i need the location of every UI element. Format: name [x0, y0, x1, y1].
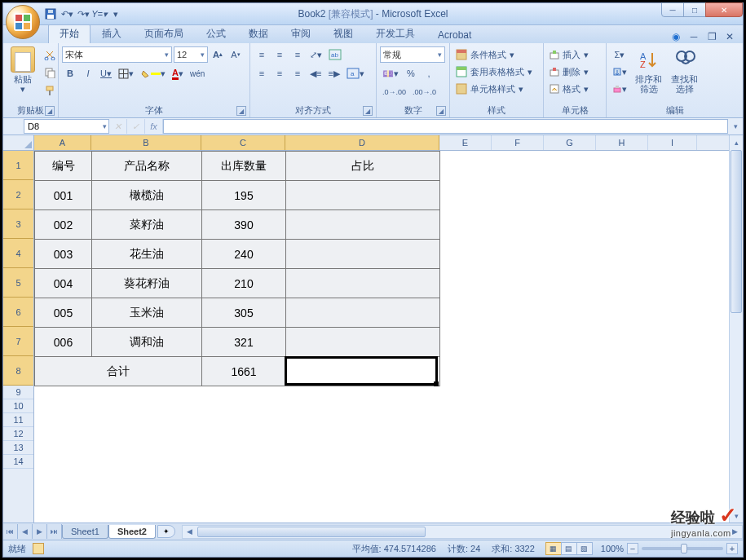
row-header-7[interactable]: 7 — [3, 327, 33, 356]
tab-view[interactable]: 视图 — [322, 24, 364, 43]
comma-format-button[interactable]: , — [421, 65, 437, 82]
vertical-scrollbar[interactable]: ▴ ▾ — [729, 135, 743, 523]
horizontal-scrollbar[interactable]: ◀ ▶ — [182, 525, 743, 539]
data-cell[interactable] — [286, 328, 440, 357]
zoom-level[interactable]: 100% — [601, 544, 624, 553]
row-header-12[interactable]: 12 — [3, 427, 33, 441]
sheet-nav-prev-icon[interactable]: ◀ — [18, 524, 33, 539]
data-cell[interactable]: 橄榄油 — [92, 181, 202, 210]
sheet-tab-1[interactable]: Sheet1 — [62, 525, 108, 539]
spreadsheet-grid[interactable]: 1234567891011121314 ABCDEFGHI 编号产品名称出库数量… — [3, 135, 743, 523]
tab-data[interactable]: 数据 — [237, 24, 280, 43]
align-top-button[interactable]: ≡ — [254, 46, 270, 63]
align-center-button[interactable]: ≡ — [271, 65, 288, 82]
maximize-button[interactable]: □ — [683, 2, 706, 17]
data-cell[interactable]: 001 — [35, 181, 92, 210]
help-icon[interactable]: ◉ — [669, 30, 682, 43]
name-box[interactable]: D8 — [24, 119, 109, 134]
accounting-format-button[interactable]: 💷▾ — [380, 65, 401, 82]
data-cell[interactable]: 210 — [202, 269, 286, 298]
data-cell[interactable] — [286, 181, 440, 210]
format-cells-button[interactable]: 格式▾ — [547, 81, 604, 97]
scroll-left-icon[interactable]: ◀ — [183, 526, 196, 538]
y-command[interactable]: Y=▾ — [93, 7, 106, 20]
phonetic-button[interactable]: wén — [188, 65, 207, 82]
tab-home[interactable]: 开始 — [48, 24, 90, 43]
row-header-1[interactable]: 1 — [3, 151, 33, 180]
cell-styles-button[interactable]: 单元格样式▾ — [453, 81, 541, 97]
row-header-9[interactable]: 9 — [3, 386, 33, 399]
fill-color-button[interactable]: ▾ — [138, 65, 168, 82]
zoom-slider[interactable] — [642, 547, 723, 550]
data-cell[interactable] — [286, 269, 440, 298]
row-header-2[interactable]: 2 — [3, 180, 33, 209]
page-break-view-button[interactable]: ▧ — [576, 542, 593, 555]
qat-more-icon[interactable]: ▾ — [109, 7, 122, 20]
data-cell[interactable]: 002 — [35, 210, 92, 240]
total-label-cell[interactable]: 合计 — [35, 357, 202, 386]
orientation-button[interactable]: ⤢▾ — [307, 46, 324, 63]
number-format-combo[interactable]: 常规 — [380, 46, 445, 63]
zoom-in-button[interactable]: + — [726, 543, 738, 554]
font-name-combo[interactable]: 宋体 — [62, 46, 172, 63]
increase-indent-button[interactable]: ≡▶ — [325, 65, 342, 82]
scroll-thumb[interactable] — [731, 150, 742, 313]
tab-insert[interactable]: 插入 — [90, 24, 133, 43]
column-header-C[interactable]: C — [201, 135, 285, 150]
number-dialog-icon[interactable]: ◢ — [436, 106, 446, 116]
decrease-decimal-button[interactable]: .00→.0 — [410, 84, 439, 100]
data-cell[interactable]: 004 — [35, 269, 92, 298]
data-cell[interactable]: 240 — [202, 240, 286, 269]
increase-decimal-button[interactable]: .0→.00 — [380, 84, 408, 100]
shrink-font-button[interactable]: A▾ — [227, 46, 244, 63]
data-cell[interactable]: 006 — [35, 328, 92, 357]
row-header-5[interactable]: 5 — [3, 268, 33, 298]
data-cell[interactable]: 玉米油 — [92, 298, 202, 328]
align-left-button[interactable]: ≡ — [254, 65, 270, 82]
column-header-E[interactable]: E — [439, 135, 492, 150]
scroll-down-icon[interactable]: ▾ — [730, 509, 743, 523]
data-cell[interactable] — [286, 210, 440, 240]
row-header-6[interactable]: 6 — [3, 298, 33, 327]
column-header-A[interactable]: A — [34, 135, 91, 150]
select-all-button[interactable] — [3, 135, 33, 151]
header-cell[interactable]: 编号 — [35, 152, 92, 181]
merge-center-button[interactable]: a▾ — [344, 65, 367, 82]
data-cell[interactable]: 菜籽油 — [92, 210, 202, 240]
copy-button[interactable] — [42, 64, 58, 81]
clear-button[interactable]: ▾ — [610, 81, 629, 97]
tab-layout[interactable]: 页面布局 — [133, 24, 195, 43]
data-cell[interactable]: 003 — [35, 240, 92, 269]
align-bottom-button[interactable]: ≡ — [289, 46, 306, 63]
tab-formulas[interactable]: 公式 — [195, 24, 237, 43]
row-header-13[interactable]: 13 — [3, 441, 33, 455]
sheet-nav-next-icon[interactable]: ▶ — [33, 524, 47, 539]
table-format-button[interactable]: 套用表格格式▾ — [453, 64, 541, 80]
row-header-4[interactable]: 4 — [3, 239, 33, 268]
page-layout-view-button[interactable]: ▤ — [561, 542, 577, 555]
close-button[interactable]: ✕ — [705, 2, 743, 17]
scroll-up-icon[interactable]: ▴ — [730, 135, 743, 149]
data-cell[interactable]: 305 — [202, 298, 286, 328]
underline-button[interactable]: U▾ — [98, 65, 114, 82]
macro-record-icon[interactable] — [33, 543, 44, 554]
sheet-nav-last-icon[interactable]: ⏭ — [47, 524, 62, 539]
bold-button[interactable]: B — [62, 65, 78, 82]
row-header-3[interactable]: 3 — [3, 209, 33, 239]
column-header-H[interactable]: H — [596, 135, 648, 150]
formula-input[interactable] — [163, 119, 728, 134]
sheet-tab-2[interactable]: Sheet2 — [108, 525, 156, 539]
row-header-11[interactable]: 11 — [3, 413, 33, 427]
wrap-text-button[interactable]: ab — [326, 46, 344, 63]
format-painter-button[interactable] — [42, 82, 58, 99]
active-cell[interactable] — [286, 357, 440, 386]
close-workbook-icon[interactable]: ✕ — [723, 30, 736, 43]
fill-button[interactable]: ▾ — [610, 64, 629, 80]
save-icon[interactable] — [44, 7, 57, 20]
column-header-G[interactable]: G — [544, 135, 596, 150]
delete-cells-button[interactable]: 删除▾ — [547, 64, 604, 80]
data-cell[interactable] — [286, 298, 440, 328]
tab-review[interactable]: 审阅 — [280, 24, 322, 43]
new-sheet-button[interactable]: ✦ — [157, 525, 175, 538]
column-header-B[interactable]: B — [91, 135, 201, 150]
